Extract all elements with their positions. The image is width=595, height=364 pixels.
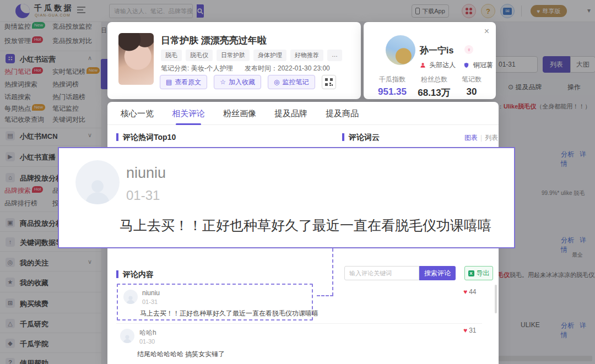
author-info-card: × 孙一宁is ♀ 头部达人 铜冠薯 千瓜指数 951.35 粉丝总数 68.1…	[364, 22, 496, 99]
comment-search-input[interactable]	[344, 266, 419, 280]
crown-badge: 铜冠薯	[463, 61, 493, 70]
qrcode-icon	[325, 78, 333, 86]
toggle-chart[interactable]: 图表	[464, 134, 478, 142]
tab-fan-profile[interactable]: 粉丝画像	[223, 102, 256, 125]
note-publish-time: 发布时间：2022-01-30 23:00	[245, 64, 330, 72]
tab-related-comments[interactable]: 相关评论	[172, 102, 205, 125]
toggle-list[interactable]: 列表	[485, 134, 498, 142]
tag[interactable]: 身体护理	[253, 50, 286, 61]
author-name[interactable]: 孙一宁is	[420, 45, 453, 57]
commenter-avatar	[120, 329, 134, 343]
note-tags: 脱毛 脱毛仪 日常护肤 身体护理 好物推荐 …	[161, 50, 342, 61]
comment-content-title: 评论内容	[116, 270, 154, 278]
comment-magnifier-popup: niuniu 01-31 马上去买！！正好也种草好久了最近一直在看脱毛仪功课嘻嘻	[58, 147, 515, 248]
comment-text: 马上去买！！正好也种草好久了最近一直在看脱毛仪功课嘻嘻	[140, 309, 305, 318]
more-tags[interactable]: …	[327, 50, 342, 61]
comment-date: 01-30	[139, 338, 155, 345]
talent-badge: 头部达人	[420, 61, 456, 70]
comment-search-button[interactable]: 搜索评论	[419, 266, 456, 280]
tag[interactable]: 脱毛	[161, 50, 182, 61]
comment-divider	[116, 323, 482, 324]
heart-icon: ♥	[463, 327, 467, 334]
note-thumbnail[interactable]	[118, 33, 154, 85]
commenter-name[interactable]: niuniu	[142, 289, 160, 297]
heart-icon: ♥	[463, 288, 467, 296]
female-icon: ♀	[464, 45, 473, 54]
stat-note-count: 笔记数 30	[462, 75, 482, 99]
word-cloud-title: 评论词云	[342, 133, 380, 141]
note-info-card: 日常护肤 漂漂亮亮过年啦 脱毛 脱毛仪 日常护肤 身体护理 好物推荐 … 笔记分…	[107, 22, 361, 99]
star-outline-icon: ☆	[220, 78, 226, 86]
export-button[interactable]: X 导出	[464, 266, 493, 280]
stat-qiangua-index: 千瓜指数 951.35	[378, 75, 407, 99]
commenter-avatar-large	[75, 160, 120, 204]
like-count[interactable]: ♥44	[463, 288, 476, 296]
book-icon: ▤	[166, 78, 172, 86]
comment-item-highlighted[interactable]: niuniu 01-31 马上去买！！正好也种草好久了最近一直在看脱毛仪功课嘻嘻	[117, 284, 313, 320]
detail-tabs: 核心一览 相关评论 粉丝画像 提及品牌 提及商品	[107, 102, 499, 125]
like-count[interactable]: ♥31	[463, 327, 476, 334]
comment-date: 01-31	[142, 298, 158, 305]
close-icon[interactable]: ×	[484, 26, 489, 36]
tab-mentioned-brands[interactable]: 提及品牌	[274, 102, 307, 125]
hot-words-title: 评论热词Top10	[116, 133, 176, 141]
comment-date-large: 01-31	[126, 188, 160, 203]
author-stats: 千瓜指数 951.35 粉丝总数 68.13万 笔记数 30	[364, 75, 496, 99]
qrcode-button[interactable]	[322, 75, 336, 89]
comment-text-large: 马上去买！！正好也种草好久了最近一直在看脱毛仪功课嘻嘻	[120, 216, 511, 235]
note-meta: 笔记分类: 美妆-个人护理 发布时间：2022-01-30 23:00	[161, 64, 340, 73]
tag[interactable]: 脱毛仪	[186, 50, 213, 61]
commenter-avatar	[123, 290, 138, 304]
note-category: 笔记分类: 美妆-个人护理	[161, 64, 233, 72]
scrollbar-thumb[interactable]	[495, 285, 497, 313]
monitor-note-button[interactable]: ◎ 监控笔记	[268, 75, 315, 89]
word-cloud-toggle: 图表|列表	[464, 133, 498, 143]
excel-icon: X	[468, 270, 474, 276]
comment-text: 结尾哈哈哈哈哈 搞笑女实锤了	[137, 350, 225, 359]
tag[interactable]: 好物推荐	[290, 50, 323, 61]
connector-line	[317, 295, 333, 296]
commenter-name[interactable]: 哈哈h	[139, 328, 156, 338]
note-title: 日常护肤 漂漂亮亮过年啦	[161, 34, 267, 47]
add-favorite-button[interactable]: ☆ 加入收藏	[214, 75, 261, 89]
tab-core-overview[interactable]: 核心一览	[121, 102, 154, 125]
view-original-button[interactable]: ▤ 查看原文	[160, 75, 207, 89]
qiangua-dashboard: 千瓜数据 QIAN-GUA.COM 下载App ? ✉ ♥ 尊享版 ▾ 舆情监控…	[0, 0, 595, 364]
tag[interactable]: 日常护肤	[217, 50, 250, 61]
connector-line	[332, 248, 333, 296]
monitor-icon: ◎	[274, 78, 279, 86]
stat-fans-total: 粉丝总数 68.13万	[418, 75, 451, 99]
commenter-name-large: niuniu	[126, 165, 166, 182]
author-avatar[interactable]	[386, 35, 415, 65]
tab-mentioned-goods[interactable]: 提及商品	[326, 102, 359, 125]
